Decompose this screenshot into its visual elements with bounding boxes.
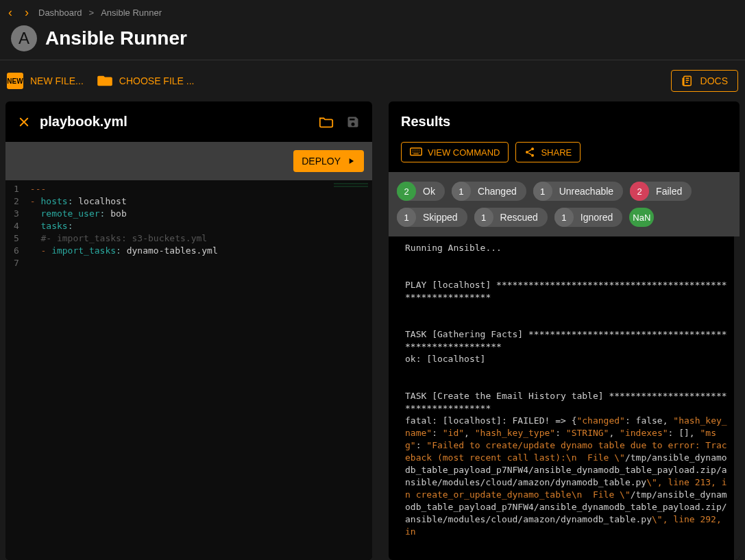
share-icon (524, 147, 535, 158)
folder-icon (97, 75, 112, 87)
breadcrumb-item-current[interactable]: Ansible Runner (101, 8, 162, 18)
stat-chip-failed[interactable]: 2Failed (630, 182, 692, 201)
stat-count: 1 (474, 208, 493, 227)
svg-point-2 (526, 151, 528, 154)
open-folder-icon[interactable] (319, 115, 334, 129)
share-label: SHARE (541, 147, 572, 158)
svg-rect-0 (411, 148, 422, 156)
stat-count: 1 (397, 208, 416, 227)
title-row: A Ansible Runner (0, 25, 745, 60)
stat-chip-ignored[interactable]: 1Ignored (554, 208, 622, 227)
toolbar: NEW NEW FILE... CHOOSE FILE ... DOCS (0, 60, 745, 101)
editor-header: playbook.yml (5, 101, 372, 142)
choose-file-label: CHOOSE FILE ... (119, 75, 195, 86)
keyboard-icon (410, 147, 422, 157)
results-panel: Results VIEW COMMAND SHARE 2Ok1Changed1U… (389, 101, 740, 560)
breadcrumb-separator: > (89, 8, 95, 18)
new-icon: NEW (7, 73, 23, 89)
page-title: Ansible Runner (45, 27, 187, 49)
nav-forward-button[interactable]: › (22, 5, 32, 20)
line-gutter: 1234567 (5, 180, 25, 560)
stat-chip-rescued[interactable]: 1Rescued (474, 208, 548, 227)
stat-chip-changed[interactable]: 1Changed (452, 182, 526, 201)
stat-count: 1 (533, 182, 552, 201)
results-actions: VIEW COMMAND SHARE (389, 142, 740, 172)
stat-chip-nan[interactable]: NaN (629, 208, 654, 227)
stat-count: 1 (452, 182, 471, 201)
stat-label: Unreachable (559, 186, 613, 197)
save-icon[interactable] (346, 115, 360, 129)
stats-bar: 2Ok1Changed1Unreachable2Failed1Skipped1R… (389, 172, 740, 236)
terminal-output[interactable]: Running Ansible... PLAY [localhost] ****… (389, 236, 740, 560)
stat-count: 1 (554, 208, 574, 227)
minimap[interactable] (334, 183, 368, 204)
nav-back-button[interactable]: ‹ (5, 5, 15, 20)
choose-file-button[interactable]: CHOOSE FILE ... (97, 75, 195, 87)
view-command-button[interactable]: VIEW COMMAND (401, 142, 509, 162)
editor-panel: playbook.yml DEPLOY 1234567 --- - hosts:… (5, 101, 372, 560)
stat-chip-skipped[interactable]: 1Skipped (397, 208, 467, 227)
new-file-label: NEW FILE... (30, 75, 84, 86)
stat-chip-ok[interactable]: 2Ok (397, 182, 445, 201)
editor-filename: playbook.yml (40, 114, 127, 130)
docs-button[interactable]: DOCS (671, 70, 738, 92)
panels: playbook.yml DEPLOY 1234567 --- - hosts:… (0, 101, 745, 560)
code-editor[interactable]: 1234567 --- - hosts: localhost remote_us… (5, 180, 372, 560)
view-command-label: VIEW COMMAND (428, 147, 500, 158)
deploy-bar: DEPLOY (5, 142, 372, 180)
new-file-button[interactable]: NEW NEW FILE... (7, 73, 84, 89)
stat-label: Skipped (423, 212, 458, 223)
stat-label: Ignored (581, 212, 613, 223)
play-icon (346, 156, 356, 166)
stat-count: NaN (629, 208, 654, 227)
stat-label: Changed (478, 186, 517, 197)
stat-count: 2 (630, 182, 649, 201)
breadcrumb-item-dashboard[interactable]: Dashboard (38, 8, 82, 18)
breadcrumb-bar: ‹ › Dashboard > Ansible Runner (0, 0, 745, 25)
docs-label: DOCS (700, 75, 728, 86)
close-icon[interactable] (18, 116, 30, 128)
docs-icon (681, 75, 694, 87)
results-title: Results (389, 101, 740, 142)
share-button[interactable]: SHARE (515, 142, 581, 162)
svg-point-1 (531, 147, 534, 150)
deploy-button[interactable]: DEPLOY (293, 150, 364, 172)
stat-chip-unreachable[interactable]: 1Unreachable (533, 182, 623, 201)
stat-label: Failed (656, 186, 682, 197)
code-content[interactable]: --- - hosts: localhost remote_user: bob … (25, 180, 223, 560)
stat-label: Rescued (500, 212, 538, 223)
stat-count: 2 (397, 182, 416, 201)
deploy-label: DEPLOY (302, 156, 341, 167)
stat-label: Ok (423, 186, 435, 197)
app-logo: A (11, 25, 37, 51)
svg-point-3 (531, 154, 534, 157)
